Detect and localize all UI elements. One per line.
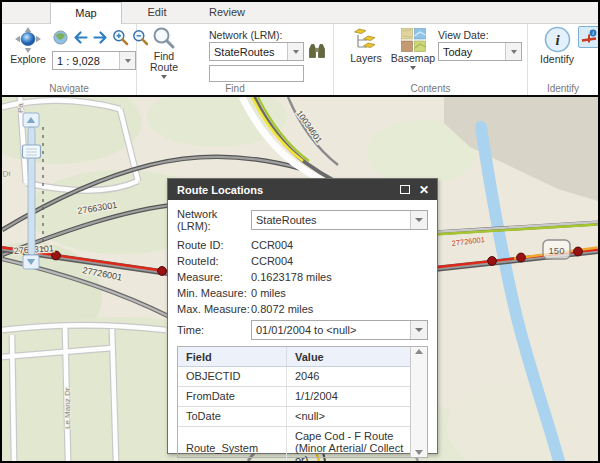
table-row[interactable]: ToDate <null>	[178, 407, 410, 427]
view-date-value: Today	[439, 46, 505, 58]
layers-label: Layers	[350, 52, 382, 64]
table-row[interactable]: FromDate 1/1/2004	[178, 387, 410, 407]
explore-button[interactable]: Explore	[6, 27, 50, 65]
dialog-time-dropdown-arrow[interactable]	[410, 321, 427, 339]
view-date-combobox[interactable]: Today	[438, 42, 522, 61]
next-extent-button[interactable]	[92, 29, 109, 46]
maximize-icon	[400, 185, 410, 194]
dialog-network-label: Network (LRM):	[177, 208, 251, 232]
layers-button[interactable]: Layers	[346, 28, 386, 64]
min-measure-value: 0 miles	[251, 287, 428, 299]
attributes-table-header: Field Value	[178, 347, 410, 367]
measure-row: Measure: 0.1623178 miles	[177, 269, 428, 284]
group-find: Find Route Network (LRM): StateRoutes Fi…	[137, 24, 334, 95]
dialog-titlebar[interactable]: Route Locations ✕	[168, 179, 437, 200]
field-cell: OBJECTID	[178, 367, 286, 386]
svg-text:150: 150	[549, 245, 565, 256]
field-column-header: Field	[178, 351, 286, 363]
previous-extent-button[interactable]	[72, 29, 89, 46]
dialog-maximize-button[interactable]	[398, 183, 412, 197]
tab-edit[interactable]: Edit	[122, 2, 192, 23]
network-lrm-dropdown-arrow[interactable]	[287, 43, 303, 60]
find-route-label-2: Route	[150, 61, 178, 73]
group-contents: Layers Basemap View Date: Today	[334, 24, 528, 95]
scroll-up-icon[interactable]	[415, 349, 423, 354]
scroll-down-icon[interactable]	[415, 450, 423, 455]
close-icon: ✕	[419, 184, 429, 196]
locate-routes-button[interactable]	[308, 43, 326, 63]
value-cell: 2046	[286, 367, 410, 386]
dialog-network-dropdown-arrow[interactable]	[410, 211, 427, 229]
dialog-time-label: Time:	[177, 324, 251, 336]
view-date-dropdown-arrow[interactable]	[505, 43, 521, 60]
max-measure-label: Max. Measure:	[177, 303, 251, 315]
group-label-find: Find	[137, 83, 333, 95]
basemap-icon	[401, 28, 426, 52]
dialog-time-combobox[interactable]: 01/01/2004 to <null>	[251, 320, 428, 340]
basemap-button[interactable]: Basemap	[390, 28, 436, 70]
basemap-dropdown-caret[interactable]	[410, 66, 416, 70]
svg-text:Le Manz Dr: Le Manz Dr	[63, 387, 72, 429]
network-lrm-combobox[interactable]: StateRoutes	[209, 42, 304, 61]
group-navigate: Explore	[2, 24, 137, 95]
layers-icon	[353, 28, 379, 52]
measure-label: Measure:	[177, 271, 251, 283]
map-route-shield: 150	[543, 240, 570, 259]
find-route-dropdown-caret[interactable]	[161, 75, 167, 79]
value-cell: 1/1/2004	[286, 387, 410, 406]
table-row[interactable]: Route_System Cape Cod - F Route (Minor A…	[178, 427, 410, 461]
binoculars-icon	[308, 43, 326, 59]
dialog-time-value: 01/01/2004 to <null>	[252, 324, 410, 336]
map-view[interactable]: 150 27663001 27663101 27726001 27726001 …	[2, 95, 598, 461]
network-lrm-label: Network (LRM):	[209, 29, 283, 41]
value-column-header: Value	[286, 347, 410, 366]
group-label-identify: Identify	[528, 83, 598, 95]
routeid-value: CCR004	[251, 255, 428, 267]
arrow-left-icon	[72, 29, 89, 46]
view-date-label: View Date:	[438, 29, 489, 41]
map-scale-value: 1 : 9,028	[53, 55, 119, 67]
dialog-network-value: StateRoutes	[252, 214, 410, 226]
identify-route-locations-button[interactable]: i	[578, 26, 598, 48]
field-cell: ToDate	[178, 407, 286, 426]
route-id-row: Route ID: CCR004	[177, 237, 428, 252]
tab-review[interactable]: Review	[192, 2, 262, 23]
routeid-label: RouteId:	[177, 255, 251, 267]
value-cell: Cape Cod - F Route (Minor Arterial/ Coll…	[286, 427, 410, 461]
max-measure-row: Max. Measure: 0.8072 miles	[177, 301, 428, 316]
route-locations-dialog: Route Locations ✕ Network (LRM): StateRo…	[167, 178, 438, 454]
zoom-in-button[interactable]	[112, 29, 129, 46]
group-label-navigate: Navigate	[2, 83, 136, 95]
table-scrollbar[interactable]	[410, 347, 427, 457]
dialog-network-combobox[interactable]: StateRoutes	[251, 210, 428, 230]
svg-text:Pa: Pa	[16, 103, 25, 113]
min-measure-row: Min. Measure: 0 miles	[177, 285, 428, 300]
value-cell: <null>	[286, 407, 410, 426]
max-measure-value: 0.8072 miles	[251, 303, 428, 315]
navigate-small-buttons	[52, 29, 149, 46]
min-measure-label: Min. Measure:	[177, 287, 251, 299]
ribbon-tabstrip: Map Edit Review	[2, 2, 598, 24]
arrow-right-icon	[92, 29, 109, 46]
svg-text:Dr: Dr	[2, 169, 12, 179]
find-route-icon	[152, 26, 176, 50]
basemap-label: Basemap	[391, 52, 435, 64]
full-extent-button[interactable]	[52, 29, 69, 46]
explore-label: Explore	[10, 53, 46, 65]
globe-icon	[52, 29, 69, 46]
field-cell: FromDate	[178, 387, 286, 406]
group-identify: i Identify i Identify	[528, 24, 598, 95]
dialog-close-button[interactable]: ✕	[417, 183, 431, 197]
identify-label: Identify	[540, 53, 574, 65]
attributes-table: Field Value OBJECTID 2046 FromDate 1/1/2…	[177, 346, 428, 458]
explore-icon	[15, 27, 41, 53]
find-route-button[interactable]: Find Route	[143, 26, 185, 79]
route-id-value: CCR004	[251, 239, 428, 251]
map-scale-combobox[interactable]: 1 : 9,028	[52, 51, 136, 70]
table-row[interactable]: OBJECTID 2046	[178, 367, 410, 387]
tab-map[interactable]: Map	[50, 2, 122, 25]
measure-value: 0.1623178 miles	[251, 271, 428, 283]
find-route-input[interactable]	[209, 65, 304, 82]
map-scale-dropdown-arrow[interactable]	[119, 52, 135, 69]
identify-button[interactable]: i Identify	[536, 26, 578, 65]
